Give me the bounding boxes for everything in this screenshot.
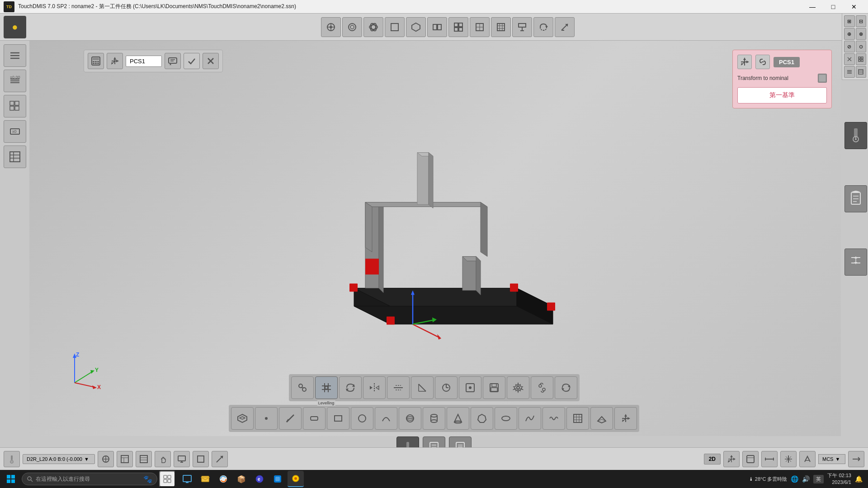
tr-btn-8[interactable]	[856, 53, 867, 65]
start-button[interactable]	[0, 470, 22, 488]
sphere-geom[interactable]	[399, 407, 421, 430]
view-btn-4[interactable]	[780, 451, 797, 467]
status-final-btn[interactable]	[848, 451, 864, 467]
section-tool[interactable]	[411, 376, 434, 399]
toolbar-btn-6[interactable]	[427, 17, 447, 37]
plane-geom[interactable]	[590, 407, 613, 430]
rotate-tool[interactable]	[339, 376, 362, 399]
tr-btn-1[interactable]: ⊞	[844, 15, 855, 27]
taskbar-app-2[interactable]	[197, 471, 213, 487]
sidebar-tolerance-btn[interactable]: ±0.00	[4, 70, 26, 92]
window-controls[interactable]: — □ ✕	[802, 0, 864, 14]
measure-tool[interactable]	[435, 376, 458, 399]
status-btn-1[interactable]	[98, 451, 114, 467]
tr-btn-3[interactable]: ⊕	[844, 28, 855, 40]
freeform-geom[interactable]	[542, 407, 565, 430]
ruler-button[interactable]	[844, 249, 867, 276]
cancel-button[interactable]	[203, 53, 219, 69]
first-baseline-button[interactable]: 第一基準	[737, 87, 827, 103]
taskbar-app-3[interactable]	[215, 471, 231, 487]
toolbar-btn-11[interactable]	[533, 17, 553, 37]
point-geom[interactable]	[255, 407, 278, 430]
view-btn-5[interactable]	[799, 451, 816, 467]
line-geom[interactable]	[279, 407, 302, 430]
toolbar-btn-3[interactable]	[363, 17, 383, 37]
toolbar-btn-5[interactable]	[406, 17, 426, 37]
taskbar-app-1[interactable]	[179, 471, 195, 487]
offset-tool[interactable]	[387, 376, 410, 399]
learn-tool[interactable]	[231, 407, 254, 430]
status-btn-hand[interactable]	[155, 451, 171, 467]
taskbar-app-4[interactable]: 📦	[233, 471, 250, 487]
tr-btn-4[interactable]: ⊗	[856, 28, 867, 40]
sidebar-dimension-btn[interactable]: x0	[4, 120, 26, 143]
taskbar-search[interactable]: 在這裡輸入以進行搜尋 🐾	[22, 473, 157, 485]
toolbar-btn-1[interactable]	[321, 17, 341, 37]
confirm-button[interactable]	[184, 53, 200, 69]
taskbar-app-5[interactable]: e	[251, 471, 268, 487]
close-button[interactable]: ✕	[844, 0, 864, 14]
status-btn-3[interactable]	[136, 451, 152, 467]
toolbar-btn-2[interactable]	[342, 17, 362, 37]
arc-geom[interactable]	[375, 407, 397, 430]
view-2d-button[interactable]: 2D	[704, 454, 721, 465]
maximize-button[interactable]: □	[823, 0, 844, 14]
task-view-button[interactable]	[159, 471, 175, 487]
transform-checkbox[interactable]	[818, 74, 827, 83]
ellipse-geom[interactable]	[495, 407, 517, 430]
measurement-button[interactable]	[844, 185, 867, 212]
status-btn-arrow[interactable]	[212, 451, 228, 467]
toolbar-btn-8[interactable]	[470, 17, 490, 37]
spline-geom[interactable]	[519, 407, 541, 430]
mcs-selector[interactable]: MCS ▼	[818, 454, 845, 464]
toolbar-btn-12[interactable]	[555, 17, 575, 37]
toolbar-btn-9[interactable]	[491, 17, 511, 37]
slot-geom[interactable]	[303, 407, 326, 430]
align-tool-1[interactable]	[291, 376, 314, 399]
point-tool[interactable]	[459, 376, 481, 399]
link-icon[interactable]	[755, 55, 770, 69]
surface-geom[interactable]	[566, 407, 589, 430]
sidebar-grid-btn[interactable]	[4, 95, 26, 117]
cone-geom[interactable]	[447, 407, 469, 430]
status-btn-2[interactable]	[117, 451, 133, 467]
tr-btn-7[interactable]	[844, 53, 855, 65]
cylinder-geom[interactable]	[423, 407, 445, 430]
polygon-geom[interactable]	[471, 407, 493, 430]
settings-tool-1[interactable]	[507, 376, 529, 399]
save-tool[interactable]	[483, 376, 505, 399]
calculator-button[interactable]	[88, 53, 104, 69]
sidebar-menu-btn[interactable]	[4, 44, 26, 67]
toolbar-btn-10[interactable]	[512, 17, 532, 37]
probe-dropdown[interactable]: D2R_L20 A:0 B:0 (-0.000 ▼	[23, 454, 95, 464]
view-btn-2[interactable]	[742, 451, 759, 467]
tr-btn-10[interactable]	[856, 66, 867, 78]
probe-button[interactable]	[844, 122, 867, 149]
language-indicator[interactable]: 英	[813, 475, 824, 483]
toolbar-btn-4[interactable]	[385, 17, 405, 37]
tr-btn-2[interactable]: ⊟	[856, 15, 867, 27]
settings-tool-2[interactable]	[531, 376, 553, 399]
system-clock[interactable]: 下午 02:13 2023/6/1	[827, 472, 851, 486]
view-btn-1[interactable]	[723, 451, 740, 467]
refresh-tool[interactable]	[555, 376, 577, 399]
rect-geom[interactable]	[327, 407, 349, 430]
weather-display[interactable]: 🌡 28°C 多雲時陰	[749, 476, 788, 483]
taskbar-app-6[interactable]	[269, 471, 286, 487]
cs-geom[interactable]	[614, 407, 637, 430]
levelling-tool[interactable]: Levelling	[315, 376, 338, 399]
tr-btn-6[interactable]: ⊙	[856, 41, 867, 52]
taskbar-app-active[interactable]	[288, 471, 304, 487]
minimize-button[interactable]: —	[802, 0, 823, 14]
toolbar-btn-7[interactable]	[448, 17, 468, 37]
status-btn-square[interactable]	[193, 451, 209, 467]
tr-btn-5[interactable]: ⊘	[844, 41, 855, 52]
mirror-tool[interactable]	[363, 376, 386, 399]
tr-btn-9[interactable]	[844, 66, 855, 78]
pcs1-name-input[interactable]	[126, 56, 162, 67]
sidebar-table-btn[interactable]	[4, 145, 26, 168]
view-btn-3[interactable]	[761, 451, 778, 467]
circle-geom[interactable]	[351, 407, 373, 430]
notification-icon[interactable]: 🔔	[855, 475, 863, 483]
probe-status-btn[interactable]	[4, 451, 20, 467]
